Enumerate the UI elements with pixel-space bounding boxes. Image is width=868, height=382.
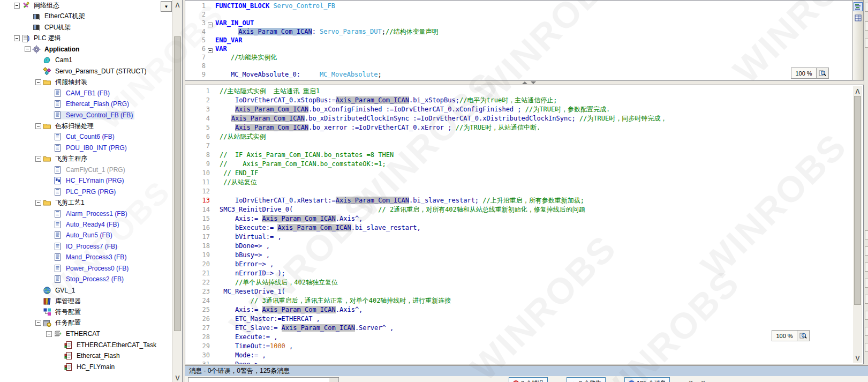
tree-item[interactable]: Ethercat_Flash	[0, 350, 182, 361]
code-line[interactable]: 23 MC_ResetDrive_1(	[185, 287, 863, 296]
table-view-button[interactable]	[854, 13, 863, 23]
docked-panel-button[interactable]	[865, 21, 868, 31]
docked-panel-button[interactable]	[865, 311, 868, 320]
docked-panel-button[interactable]	[865, 327, 868, 336]
tree-item[interactable]: 任务配置	[0, 318, 182, 328]
code-line[interactable]: 4 Axis_Param_Com_ICAN.bo_xDistributedClo…	[185, 114, 863, 123]
tree-item[interactable]: Cam1	[0, 55, 182, 65]
docked-panel-button[interactable]	[865, 39, 868, 48]
code-line[interactable]: 8	[185, 62, 863, 70]
tree-item[interactable]: CAM_FB1 (FB)	[0, 88, 182, 99]
code-line[interactable]: 10 // END_IF	[185, 169, 863, 178]
code-line[interactable]: 6//从站隐式实例	[185, 132, 863, 141]
impl-zoom-button[interactable]	[797, 330, 810, 341]
code-line[interactable]: 7	[185, 141, 863, 151]
code-line[interactable]: 21 nErrorID=> );	[185, 269, 863, 278]
fold-icon[interactable]	[208, 48, 213, 53]
clear-messages-button[interactable]: ✕	[685, 377, 696, 382]
docked-panel-button[interactable]	[865, 295, 868, 304]
tree-scrollbar-thumb[interactable]	[174, 36, 181, 331]
code-line[interactable]: 22 //单个从站掉线后，402轴独立复位	[185, 278, 863, 287]
declaration-editor[interactable]: 1FUNCTION_BLOCK Servo_Control_FB23VAR_IN…	[185, 0, 864, 80]
code-line[interactable]: 30 Mode:= ,	[185, 351, 863, 360]
tree-item[interactable]: GVL_1	[0, 284, 182, 295]
code-line[interactable]: 5 Axis_Param_Com_ICAN.bo_xerror :=IoDrvE…	[185, 123, 863, 132]
collapse-icon[interactable]	[35, 320, 41, 326]
tree-item[interactable]: HC_FLYmain	[0, 361, 182, 372]
tree-panel-dropdown-button[interactable]: ▼	[161, 1, 172, 12]
code-line[interactable]: 29 TimeOut:=1000 ,	[185, 342, 863, 351]
code-line[interactable]: 14SMC3_ReinitDrive_0( // 2通讯重启，对所有402轴和从…	[185, 205, 863, 214]
tree-item[interactable]: CPU机架	[0, 22, 182, 33]
filter-error-button[interactable]: ✕0 个错误	[509, 377, 548, 382]
code-line[interactable]: 11 //从站复位	[185, 178, 863, 187]
messages-panel-titlebar[interactable]: 消息 - 0个错误，0警告，125条消息	[185, 365, 868, 376]
implementation-code[interactable]: 1//主站隐式实例 主站通讯 重启12 IoDrvEtherCAT_0.xSto…	[185, 85, 863, 364]
code-line[interactable]: 26 ETC_Master:=ETHERCAT ,	[185, 314, 863, 324]
message-category-combobox[interactable]: ▼	[188, 377, 339, 382]
impl-scrollbar[interactable]: ʌ v	[853, 86, 862, 363]
tree-item[interactable]: ETHERCAT.EtherCAT_Task	[0, 340, 182, 350]
code-line[interactable]: 6VAR	[185, 44, 863, 53]
tree-item[interactable]: ETHERCAT	[0, 328, 182, 339]
tree-item[interactable]: EtherCAT机架	[0, 11, 182, 21]
tree-item[interactable]: Stop_Process2 (FB)	[0, 274, 182, 284]
filter-info-button[interactable]: i125 个消息	[624, 377, 670, 382]
tree-item[interactable]: Cut_Count6 (FB)	[0, 131, 182, 142]
collapse-icon[interactable]	[35, 123, 41, 129]
code-line[interactable]: 17 bVirtual:= ,	[185, 233, 863, 242]
collapse-icon[interactable]	[46, 331, 52, 337]
docked-panel-button[interactable]	[865, 279, 868, 288]
code-line[interactable]: 19 bBusy=> ,	[185, 251, 863, 260]
code-line[interactable]: 28 Execute:= ,	[185, 333, 863, 342]
tree-item[interactable]: Auto_Run5 (FB)	[0, 230, 182, 241]
code-line[interactable]: 1//主站隐式实例 主站通讯 重启1	[185, 87, 863, 96]
code-line[interactable]: 15 Axis:= Axis_Param_Com_ICAN.Axis^,	[185, 214, 863, 223]
text-view-button[interactable]	[854, 2, 863, 11]
code-line[interactable]: 27 ETC_Slave:= Axis_Param_Com_ICAN.Serve…	[185, 324, 863, 333]
tree-item[interactable]: 库管理器	[0, 296, 182, 306]
tree-item[interactable]: IO_Process7 (FB)	[0, 241, 182, 252]
tree-item[interactable]: Power_Process0 (FB)	[0, 263, 182, 274]
impl-scrollbar-thumb[interactable]	[854, 96, 861, 305]
code-line[interactable]: 25 Axis:= Axis_Param_Com_ICAN.Axis^,	[185, 305, 863, 314]
docked-panel-button[interactable]	[865, 230, 868, 239]
fold-icon[interactable]	[208, 23, 213, 27]
collapse-icon[interactable]	[25, 46, 31, 52]
collapse-icon[interactable]	[14, 3, 20, 9]
tree-item[interactable]: 网络组态	[0, 0, 182, 11]
tree-item[interactable]: 飞剪主程序	[0, 153, 182, 164]
code-line[interactable]: 9 MC_MoveAbsolute_0: MC_MoveAbsolute;	[185, 70, 863, 79]
code-line[interactable]: 4 Axis_Param_Com_ICAN: Servo_Params_DUT;…	[185, 27, 863, 36]
code-line[interactable]: 2	[185, 10, 863, 19]
collapse-icon[interactable]	[35, 156, 41, 162]
tree-item[interactable]: Servo_Params_DUT (STRUCT)	[0, 66, 182, 77]
tree-item[interactable]: PLC_PRG (PRG)	[0, 186, 182, 197]
code-line[interactable]: 1FUNCTION_BLOCK Servo_Control_FB	[185, 2, 863, 10]
scroll-down-icon[interactable]: v	[854, 354, 862, 362]
tree-item[interactable]: CamFlyCut_1 (PRG)	[0, 164, 182, 175]
code-line[interactable]: 9// Axis_Param_Com_ICAN.bo_comstateOK:=1…	[185, 160, 863, 169]
docked-panel-button[interactable]	[865, 263, 868, 272]
next-message-button[interactable]: ✕	[698, 377, 708, 382]
code-line[interactable]: 7 //功能块实例化	[185, 53, 863, 62]
tree-item[interactable]: 伺服轴封装	[0, 77, 182, 87]
tree-item[interactable]: 符号配置	[0, 306, 182, 317]
code-line[interactable]: 2 IoDrvEtherCAT_0.xStopBus:=Axis_Param_C…	[185, 96, 863, 105]
tree-item[interactable]: HC_FLYmain (PRG)	[0, 175, 182, 186]
code-line[interactable]: 16 bExecute:= Axis_Param_Com_ICAN.bi_sla…	[185, 223, 863, 233]
docked-panel-button[interactable]	[865, 3, 868, 12]
docked-panel-button[interactable]	[865, 246, 868, 256]
tree-item[interactable]: Servo_Control_FB (FB)	[0, 109, 182, 120]
collapse-icon[interactable]	[35, 200, 41, 206]
tree-scrollbar[interactable]: ʌ v	[172, 0, 182, 382]
code-line[interactable]: 24 // 3通讯重启后，通讯主站正常，对单个402轴掉线时，进行重新连接	[185, 296, 863, 305]
scroll-up-icon[interactable]: ʌ	[854, 87, 862, 95]
code-line[interactable]: 18 bDone=> ,	[185, 242, 863, 251]
decl-zoom-button[interactable]	[817, 68, 829, 79]
code-line[interactable]: 13 IoDrvEtherCAT_0.xRestart:=Axis_Param_…	[185, 196, 863, 205]
filter-warning-button[interactable]: ▲0 个警告	[567, 377, 606, 382]
tree-item[interactable]: Alarm_Process1 (FB)	[0, 208, 182, 219]
scroll-up-icon[interactable]: ʌ	[173, 1, 182, 9]
declaration-code[interactable]: 1FUNCTION_BLOCK Servo_Control_FB23VAR_IN…	[185, 1, 863, 79]
